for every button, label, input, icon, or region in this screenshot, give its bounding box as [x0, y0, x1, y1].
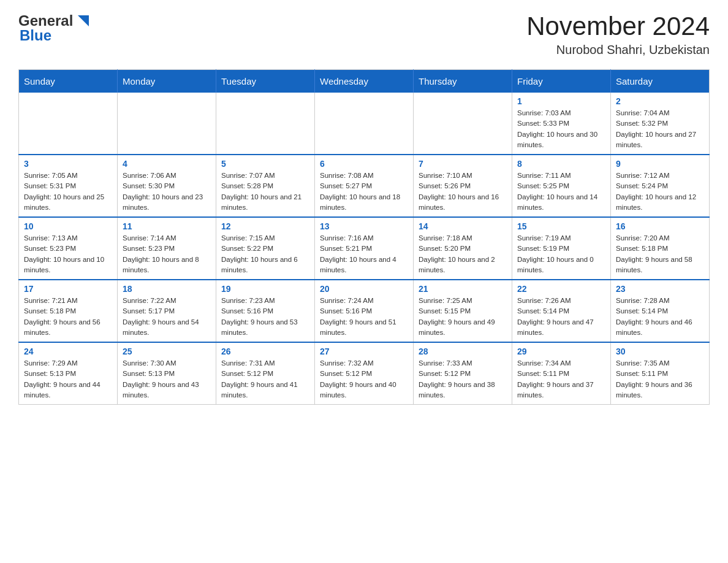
day-info: Sunrise: 7:24 AMSunset: 5:16 PMDaylight:…: [320, 296, 408, 338]
calendar-cell: 10Sunrise: 7:13 AMSunset: 5:23 PMDayligh…: [19, 217, 118, 280]
day-number: 16: [616, 221, 704, 231]
calendar-cell: 26Sunrise: 7:31 AMSunset: 5:12 PMDayligh…: [216, 342, 315, 405]
calendar-cell: 15Sunrise: 7:19 AMSunset: 5:19 PMDayligh…: [512, 217, 611, 280]
day-info: Sunrise: 7:12 AMSunset: 5:24 PMDaylight:…: [616, 170, 704, 213]
calendar-cell: 13Sunrise: 7:16 AMSunset: 5:21 PMDayligh…: [315, 217, 414, 280]
day-number: 25: [123, 347, 211, 356]
week-row-1: 1Sunrise: 7:03 AMSunset: 5:33 PMDaylight…: [19, 93, 710, 155]
calendar-cell: 3Sunrise: 7:05 AMSunset: 5:31 PMDaylight…: [19, 155, 118, 217]
day-info: Sunrise: 7:32 AMSunset: 5:12 PMDaylight:…: [320, 358, 408, 400]
calendar-cell: 11Sunrise: 7:14 AMSunset: 5:23 PMDayligh…: [118, 217, 216, 280]
day-number: 12: [221, 221, 309, 231]
calendar-table: SundayMondayTuesdayWednesdayThursdayFrid…: [18, 69, 710, 405]
day-number: 14: [419, 221, 507, 231]
weekday-header-row: SundayMondayTuesdayWednesdayThursdayFrid…: [19, 70, 710, 93]
calendar-cell: 21Sunrise: 7:25 AMSunset: 5:15 PMDayligh…: [414, 280, 512, 342]
day-number: 9: [616, 159, 704, 169]
day-info: Sunrise: 7:28 AMSunset: 5:14 PMDaylight:…: [616, 296, 704, 338]
day-number: 22: [517, 284, 605, 294]
day-info: Sunrise: 7:18 AMSunset: 5:20 PMDaylight:…: [419, 233, 507, 275]
day-info: Sunrise: 7:11 AMSunset: 5:25 PMDaylight:…: [517, 170, 605, 213]
page-header: General Blue November 2024 Nurobod Shahr…: [18, 12, 710, 57]
calendar-cell: 30Sunrise: 7:35 AMSunset: 5:11 PMDayligh…: [611, 342, 710, 405]
title-block: November 2024 Nurobod Shahri, Uzbekistan: [526, 12, 710, 57]
calendar-cell: 24Sunrise: 7:29 AMSunset: 5:13 PMDayligh…: [19, 342, 118, 405]
day-number: 6: [320, 159, 408, 169]
day-number: 1: [517, 96, 605, 106]
day-number: 8: [517, 159, 605, 169]
day-number: 21: [419, 284, 507, 294]
calendar-cell: 1Sunrise: 7:03 AMSunset: 5:33 PMDaylight…: [512, 93, 611, 155]
calendar-cell: 23Sunrise: 7:28 AMSunset: 5:14 PMDayligh…: [611, 280, 710, 342]
day-info: Sunrise: 7:31 AMSunset: 5:12 PMDaylight:…: [221, 358, 309, 400]
day-info: Sunrise: 7:29 AMSunset: 5:13 PMDaylight:…: [24, 358, 112, 400]
day-number: 18: [123, 284, 211, 294]
calendar-cell: 5Sunrise: 7:07 AMSunset: 5:28 PMDaylight…: [216, 155, 315, 217]
calendar-cell: 27Sunrise: 7:32 AMSunset: 5:12 PMDayligh…: [315, 342, 414, 405]
location-title: Nurobod Shahri, Uzbekistan: [526, 43, 710, 57]
day-info: Sunrise: 7:14 AMSunset: 5:23 PMDaylight:…: [123, 233, 211, 275]
weekday-header-monday: Monday: [118, 70, 216, 93]
day-info: Sunrise: 7:13 AMSunset: 5:23 PMDaylight:…: [24, 233, 112, 275]
day-number: 30: [616, 347, 704, 356]
calendar-cell: 4Sunrise: 7:06 AMSunset: 5:30 PMDaylight…: [118, 155, 216, 217]
logo: General Blue: [18, 12, 89, 44]
weekday-header-tuesday: Tuesday: [216, 70, 315, 93]
day-info: Sunrise: 7:34 AMSunset: 5:11 PMDaylight:…: [517, 358, 605, 400]
calendar-cell: [414, 93, 512, 155]
day-number: 24: [24, 347, 112, 356]
calendar-cell: 8Sunrise: 7:11 AMSunset: 5:25 PMDaylight…: [512, 155, 611, 217]
calendar-cell: 2Sunrise: 7:04 AMSunset: 5:32 PMDaylight…: [611, 93, 710, 155]
day-info: Sunrise: 7:35 AMSunset: 5:11 PMDaylight:…: [616, 358, 704, 400]
calendar-cell: 20Sunrise: 7:24 AMSunset: 5:16 PMDayligh…: [315, 280, 414, 342]
day-number: 29: [517, 347, 605, 356]
week-row-2: 3Sunrise: 7:05 AMSunset: 5:31 PMDaylight…: [19, 155, 710, 217]
calendar-cell: 18Sunrise: 7:22 AMSunset: 5:17 PMDayligh…: [118, 280, 216, 342]
day-number: 10: [24, 221, 112, 231]
calendar-cell: 19Sunrise: 7:23 AMSunset: 5:16 PMDayligh…: [216, 280, 315, 342]
calendar-cell: 6Sunrise: 7:08 AMSunset: 5:27 PMDaylight…: [315, 155, 414, 217]
day-number: 15: [517, 221, 605, 231]
day-info: Sunrise: 7:20 AMSunset: 5:18 PMDaylight:…: [616, 233, 704, 275]
day-number: 3: [24, 159, 112, 169]
week-row-4: 17Sunrise: 7:21 AMSunset: 5:18 PMDayligh…: [19, 280, 710, 342]
weekday-header-friday: Friday: [512, 70, 611, 93]
day-info: Sunrise: 7:05 AMSunset: 5:31 PMDaylight:…: [24, 170, 112, 213]
day-number: 2: [616, 96, 704, 106]
day-number: 13: [320, 221, 408, 231]
calendar-cell: [19, 93, 118, 155]
day-number: 20: [320, 284, 408, 294]
day-info: Sunrise: 7:08 AMSunset: 5:27 PMDaylight:…: [320, 170, 408, 213]
month-title: November 2024: [526, 12, 710, 40]
day-info: Sunrise: 7:33 AMSunset: 5:12 PMDaylight:…: [419, 358, 507, 400]
day-number: 27: [320, 347, 408, 356]
day-number: 19: [221, 284, 309, 294]
logo-triangle-icon: [75, 14, 89, 28]
calendar-cell: 12Sunrise: 7:15 AMSunset: 5:22 PMDayligh…: [216, 217, 315, 280]
day-info: Sunrise: 7:25 AMSunset: 5:15 PMDaylight:…: [419, 296, 507, 338]
calendar-cell: 29Sunrise: 7:34 AMSunset: 5:11 PMDayligh…: [512, 342, 611, 405]
blue-text: Blue: [20, 27, 51, 44]
day-info: Sunrise: 7:26 AMSunset: 5:14 PMDaylight:…: [517, 296, 605, 338]
calendar-cell: 25Sunrise: 7:30 AMSunset: 5:13 PMDayligh…: [118, 342, 216, 405]
svg-marker-0: [78, 15, 89, 26]
day-number: 11: [123, 221, 211, 231]
day-info: Sunrise: 7:07 AMSunset: 5:28 PMDaylight:…: [221, 170, 309, 213]
week-row-3: 10Sunrise: 7:13 AMSunset: 5:23 PMDayligh…: [19, 217, 710, 280]
day-info: Sunrise: 7:30 AMSunset: 5:13 PMDaylight:…: [123, 358, 211, 400]
calendar-cell: 22Sunrise: 7:26 AMSunset: 5:14 PMDayligh…: [512, 280, 611, 342]
day-info: Sunrise: 7:16 AMSunset: 5:21 PMDaylight:…: [320, 233, 408, 275]
calendar-cell: [315, 93, 414, 155]
day-info: Sunrise: 7:06 AMSunset: 5:30 PMDaylight:…: [123, 170, 211, 213]
day-info: Sunrise: 7:15 AMSunset: 5:22 PMDaylight:…: [221, 233, 309, 275]
day-info: Sunrise: 7:04 AMSunset: 5:32 PMDaylight:…: [616, 108, 704, 150]
weekday-header-sunday: Sunday: [19, 70, 118, 93]
weekday-header-wednesday: Wednesday: [315, 70, 414, 93]
calendar-cell: 9Sunrise: 7:12 AMSunset: 5:24 PMDaylight…: [611, 155, 710, 217]
weekday-header-saturday: Saturday: [611, 70, 710, 93]
day-number: 23: [616, 284, 704, 294]
day-number: 4: [123, 159, 211, 169]
day-info: Sunrise: 7:10 AMSunset: 5:26 PMDaylight:…: [419, 170, 507, 213]
calendar-cell: 14Sunrise: 7:18 AMSunset: 5:20 PMDayligh…: [414, 217, 512, 280]
weekday-header-thursday: Thursday: [414, 70, 512, 93]
